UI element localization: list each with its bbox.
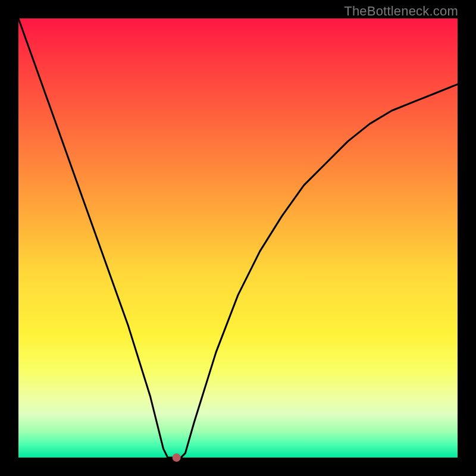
optimal-point-marker xyxy=(173,453,181,462)
chart-frame: TheBottleneck.com xyxy=(0,0,476,476)
watermark-text: TheBottleneck.com xyxy=(344,4,458,19)
chart-svg xyxy=(18,18,458,458)
bottleneck-curve-line xyxy=(18,18,458,458)
